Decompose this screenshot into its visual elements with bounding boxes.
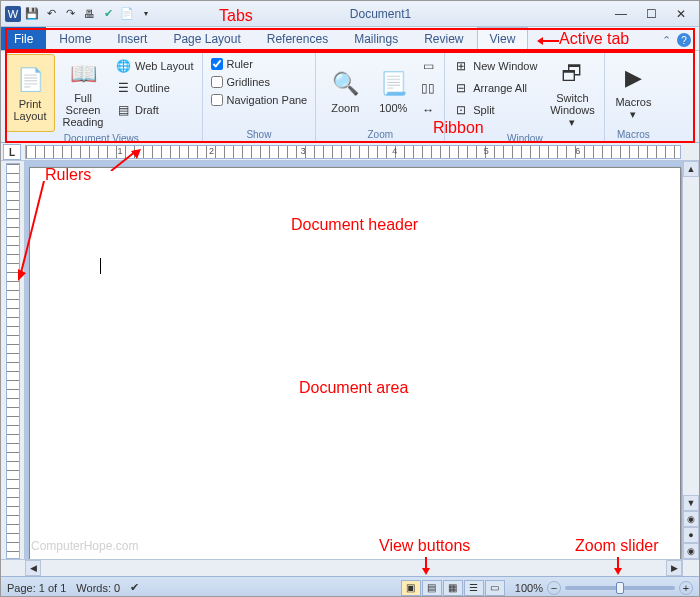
- tab-selector[interactable]: L: [3, 144, 21, 160]
- minimize-ribbon-icon[interactable]: ⌃: [662, 34, 671, 47]
- title-bar: W 💾 ↶ ↷ 🖶 ✔ 📄 ▾ Document1 — ☐ ✕: [1, 1, 699, 27]
- zoom-in-button[interactable]: +: [679, 581, 693, 595]
- tab-mailings[interactable]: Mailings: [341, 27, 411, 50]
- group-macros: ▶ Macros▾ Macros: [605, 51, 661, 142]
- undo-icon[interactable]: ↶: [43, 6, 59, 22]
- hundred-label: 100%: [379, 102, 407, 114]
- nav-pane-checkbox[interactable]: Navigation Pane: [207, 92, 312, 108]
- word-icon: W: [5, 6, 21, 22]
- arrange-all-button[interactable]: ⊟Arrange All: [449, 78, 541, 98]
- tab-insert[interactable]: Insert: [104, 27, 160, 50]
- group-window: ⊞New Window ⊟Arrange All ⊡Split 🗗 Switch…: [445, 51, 605, 142]
- tab-page-layout[interactable]: Page Layout: [160, 27, 253, 50]
- new-window-icon: ⊞: [453, 58, 469, 74]
- prev-page-button[interactable]: ◉: [683, 511, 699, 527]
- full-screen-reading-button[interactable]: 📖 Full Screen Reading: [58, 54, 108, 132]
- document-title: Document1: [154, 7, 607, 21]
- view-outline[interactable]: ☰: [464, 580, 484, 596]
- browse-object-button[interactable]: ●: [683, 527, 699, 543]
- next-page-button[interactable]: ◉: [683, 543, 699, 559]
- page-width-icon: ↔: [420, 102, 436, 118]
- zoom-out-button[interactable]: −: [547, 581, 561, 595]
- tab-review[interactable]: Review: [411, 27, 476, 50]
- group-show: Ruler Gridlines Navigation Pane Show: [203, 51, 317, 142]
- macros-button[interactable]: ▶ Macros▾: [609, 54, 657, 128]
- page-status[interactable]: Page: 1 of 1: [7, 582, 66, 594]
- tab-file[interactable]: File: [1, 27, 46, 50]
- zoom-slider[interactable]: [565, 586, 675, 590]
- switch-windows-label: Switch Windows ▾: [547, 92, 597, 128]
- quick-access-toolbar: W 💾 ↶ ↷ 🖶 ✔ 📄 ▾: [5, 6, 154, 22]
- scroll-right-button[interactable]: ▶: [666, 560, 682, 576]
- scroll-up-button[interactable]: ▲: [683, 161, 699, 177]
- group-document-views: 📄 Print Layout 📖 Full Screen Reading 🌐We…: [1, 51, 203, 142]
- switch-windows-icon: 🗗: [556, 58, 588, 90]
- split-button[interactable]: ⊡Split: [449, 100, 541, 120]
- draft-icon: ▤: [115, 102, 131, 118]
- view-print-layout[interactable]: ▣: [401, 580, 421, 596]
- view-web-layout[interactable]: ▦: [443, 580, 463, 596]
- group-label-show: Show: [207, 128, 312, 142]
- scroll-track-h[interactable]: [41, 560, 666, 576]
- horizontal-scrollbar[interactable]: ◀ ▶: [25, 559, 682, 576]
- help-icon[interactable]: ?: [677, 33, 691, 47]
- zoom-slider-thumb[interactable]: [616, 582, 624, 594]
- print-preview-icon[interactable]: 🖶: [81, 6, 97, 22]
- gridlines-checkbox[interactable]: Gridlines: [207, 74, 312, 90]
- status-bar: Page: 1 of 1 Words: 0 ✔ ▣ ▤ ▦ ☰ ▭ 100% −…: [1, 576, 699, 597]
- spellcheck-icon[interactable]: ✔: [100, 6, 116, 22]
- hundred-percent-button[interactable]: 📃 100%: [373, 54, 413, 128]
- outline-button[interactable]: ☰Outline: [111, 78, 198, 98]
- maximize-button[interactable]: ☐: [637, 5, 665, 23]
- zoom-label: Zoom: [331, 102, 359, 114]
- web-layout-button[interactable]: 🌐Web Layout: [111, 56, 198, 76]
- scroll-down-button[interactable]: ▼: [683, 495, 699, 511]
- qat-dropdown-icon[interactable]: ▾: [138, 6, 154, 22]
- switch-windows-button[interactable]: 🗗 Switch Windows ▾: [544, 54, 600, 132]
- one-page-icon: ▭: [420, 58, 436, 74]
- tab-home[interactable]: Home: [46, 27, 104, 50]
- minimize-button[interactable]: —: [607, 5, 635, 23]
- redo-icon[interactable]: ↷: [62, 6, 78, 22]
- new-window-button[interactable]: ⊞New Window: [449, 56, 541, 76]
- tab-references[interactable]: References: [254, 27, 341, 50]
- ruler-scale[interactable]: 1 2 3 4 5 6: [25, 145, 681, 159]
- zoom-button[interactable]: 🔍 Zoom: [320, 54, 370, 128]
- word-count[interactable]: Words: 0: [76, 582, 120, 594]
- ruler-checkbox[interactable]: Ruler: [207, 56, 312, 72]
- view-buttons: ▣ ▤ ▦ ☰ ▭: [401, 580, 505, 596]
- group-label-zoom: Zoom: [320, 128, 440, 142]
- page-width-button[interactable]: ↔: [416, 100, 440, 120]
- view-draft[interactable]: ▭: [485, 580, 505, 596]
- draft-button[interactable]: ▤Draft: [111, 100, 198, 120]
- research-icon[interactable]: 📄: [119, 6, 135, 22]
- close-button[interactable]: ✕: [667, 5, 695, 23]
- one-page-button[interactable]: ▭: [416, 56, 440, 76]
- zoom-icon: 🔍: [329, 68, 361, 100]
- tab-view[interactable]: View: [477, 27, 529, 51]
- macros-icon: ▶: [617, 62, 649, 94]
- workspace: ComputerHope.com ▲ ▼ ◉ ● ◉: [1, 161, 699, 559]
- view-full-screen[interactable]: ▤: [422, 580, 442, 596]
- scroll-left-button[interactable]: ◀: [25, 560, 41, 576]
- window-controls: — ☐ ✕: [607, 5, 695, 23]
- page-container: ComputerHope.com: [25, 161, 699, 559]
- hundred-icon: 📃: [377, 68, 409, 100]
- scroll-track-v[interactable]: [683, 177, 699, 495]
- document-page[interactable]: ComputerHope.com: [29, 167, 681, 559]
- arrange-all-icon: ⊟: [453, 80, 469, 96]
- two-pages-button[interactable]: ▯▯: [416, 78, 440, 98]
- horizontal-ruler[interactable]: L 1 2 3 4 5 6: [1, 143, 699, 161]
- vertical-scrollbar[interactable]: ▲ ▼ ◉ ● ◉: [682, 161, 699, 559]
- split-icon: ⊡: [453, 102, 469, 118]
- two-pages-icon: ▯▯: [420, 80, 436, 96]
- proofing-icon[interactable]: ✔: [130, 581, 139, 594]
- save-icon[interactable]: 💾: [24, 6, 40, 22]
- zoom-percent[interactable]: 100%: [515, 582, 543, 594]
- zoom-controls: 100% − +: [515, 581, 693, 595]
- print-layout-button[interactable]: 📄 Print Layout: [5, 54, 55, 132]
- vertical-ruler[interactable]: [1, 161, 25, 559]
- web-layout-icon: 🌐: [115, 58, 131, 74]
- print-layout-icon: 📄: [14, 64, 46, 96]
- ribbon: 📄 Print Layout 📖 Full Screen Reading 🌐We…: [1, 51, 699, 143]
